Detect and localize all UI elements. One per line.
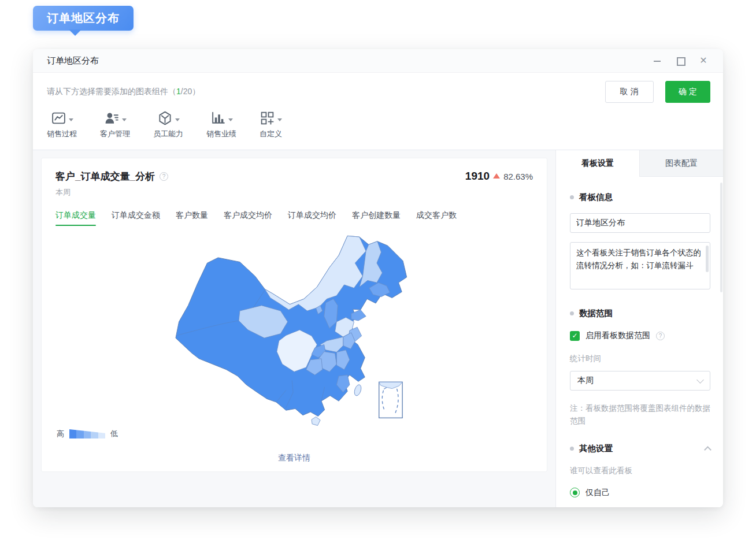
chart-component-toolbar: 销售过程 客户管理: [33, 107, 723, 150]
help-icon[interactable]: ?: [160, 172, 168, 181]
board-title-badge: 订单地区分布: [33, 6, 134, 31]
enable-scope-checkbox[interactable]: [570, 331, 580, 341]
dialog-header: 订单地区分布 ✕: [33, 49, 723, 73]
window-controls: ✕: [653, 56, 708, 65]
close-icon[interactable]: ✕: [699, 56, 708, 65]
chart-card-title: 客户_订单成交量_分析: [55, 170, 155, 183]
dialog-content: 客户_订单成交量_分析 ? 1910 82.63% 本周 订单成交量 订单成交金…: [33, 150, 723, 507]
radar-icon: [157, 110, 173, 126]
tab-order-volume[interactable]: 订单成交量: [55, 210, 96, 226]
board-description-textarea[interactable]: 这个看板关注于销售订单各个状态的流转情况分析，如：订单流转漏斗: [570, 242, 710, 289]
enable-scope-row: 启用看板数据范围 ?: [570, 330, 710, 341]
legend-low-label: 低: [110, 429, 118, 439]
section-bullet: [570, 447, 574, 451]
tab-order-avg-price[interactable]: 订单成交均价: [288, 210, 336, 226]
section-data-scope: 数据范围: [570, 308, 710, 319]
instruction-text: 请从下方选择需要添加的图表组件（1/20）: [47, 87, 200, 97]
legend-gradient: [69, 429, 105, 438]
sidebar-scrollbar[interactable]: [720, 183, 722, 292]
section-other-settings: 其他设置: [570, 443, 710, 454]
dashboard-preview-area: 客户_订单成交量_分析 ? 1910 82.63% 本周 订单成交量 订单成交金…: [33, 150, 555, 507]
only-me-radio[interactable]: [570, 488, 580, 497]
china-choropleth-map: [164, 229, 425, 430]
metric-tabs: 订单成交量 订单成交金额 客户数量 客户成交均价 订单成交均价 客户创建数量 成…: [55, 210, 533, 226]
chart-card: 客户_订单成交量_分析 ? 1910 82.63% 本周 订单成交量 订单成交金…: [41, 158, 547, 472]
metric-delta: 82.63%: [503, 172, 533, 181]
toolbar-item-label: 员工能力: [153, 129, 183, 139]
page: 订单地区分布 订单地区分布 ✕ 请从下方选择需要添加的图表组件（1/20） 取 …: [0, 0, 756, 550]
selected-count: 1: [176, 87, 181, 96]
section-title: 看板信息: [579, 192, 613, 203]
section-bullet: [570, 311, 574, 315]
section-title: 其他设置: [579, 443, 613, 454]
help-icon[interactable]: ?: [656, 332, 665, 340]
visibility-option-row: 仅自己: [570, 488, 710, 498]
toolbar-item-label: 客户管理: [100, 129, 130, 139]
instruction-suffix: /20）: [181, 87, 200, 96]
confirm-button[interactable]: 确 定: [665, 81, 710, 103]
chevron-down-icon: [696, 376, 704, 384]
visibility-label: 谁可以查看此看板: [570, 466, 710, 476]
map-legend: 高 低: [57, 429, 118, 439]
dialog-subheader: 请从下方选择需要添加的图表组件（1/20） 取 消 确 定: [33, 73, 723, 107]
scope-note: 注：看板数据范围将覆盖图表组件的数据范围: [570, 402, 710, 428]
line-chart-icon: [51, 110, 66, 126]
toolbar-item-label: 销售过程: [47, 129, 77, 139]
board-name-input[interactable]: [570, 213, 710, 233]
tab-chart-config[interactable]: 图表配置: [639, 150, 723, 177]
china-map[interactable]: [55, 228, 533, 432]
tab-order-amount[interactable]: 订单成交金额: [112, 210, 160, 226]
toolbar-item-customer-management[interactable]: 客户管理: [100, 109, 130, 139]
only-me-label: 仅自己: [585, 488, 610, 498]
board-title-badge-label: 订单地区分布: [47, 12, 120, 24]
view-details-link[interactable]: 查看详情: [42, 453, 547, 463]
toolbar-item-sales-process[interactable]: 销售过程: [47, 109, 77, 139]
enable-scope-label: 启用看板数据范围: [585, 330, 650, 341]
collapse-chevron-icon[interactable]: [704, 446, 711, 454]
chevron-down-icon: [69, 118, 73, 124]
dialog-actions: 取 消 确 定: [605, 81, 710, 103]
board-settings-dialog: 订单地区分布 ✕ 请从下方选择需要添加的图表组件（1/20） 取 消 确 定: [33, 49, 723, 507]
toolbar-item-label: 销售业绩: [206, 129, 236, 139]
textarea-scrollbar[interactable]: [706, 246, 709, 272]
tab-customer-avg-price[interactable]: 客户成交均价: [224, 210, 272, 226]
tab-board-settings[interactable]: 看板设置: [556, 150, 639, 177]
section-title: 数据范围: [579, 308, 613, 319]
sidebar-tabs: 看板设置 图表配置: [556, 150, 723, 177]
cancel-button[interactable]: 取 消: [605, 81, 654, 103]
maximize-icon[interactable]: [676, 56, 685, 65]
minimize-icon[interactable]: [653, 56, 662, 65]
legend-high-label: 高: [57, 429, 64, 439]
chevron-down-icon: [175, 118, 180, 124]
toolbar-item-employee-ability[interactable]: 员工能力: [153, 109, 183, 139]
tab-customer-count[interactable]: 客户数量: [176, 210, 208, 226]
dialog-title: 订单地区分布: [47, 55, 99, 66]
toolbar-item-sales-performance[interactable]: 销售业绩: [206, 109, 236, 139]
toolbar-item-label: 自定义: [260, 129, 282, 139]
south-china-sea-inset: [379, 382, 402, 418]
customer-icon: [104, 110, 120, 126]
metric: 1910 82.63%: [465, 170, 533, 183]
instruction-prefix: 请从下方选择需要添加的图表组件（: [47, 87, 176, 96]
tab-deal-customer-count[interactable]: 成交客户数: [416, 210, 457, 226]
metric-value: 1910: [465, 170, 490, 183]
custom-widget-icon: [260, 110, 275, 126]
stat-time-label: 统计时间: [570, 354, 710, 364]
bar-chart-icon: [210, 110, 226, 126]
stat-time-value: 本周: [577, 376, 594, 386]
trend-up-icon: [493, 170, 500, 179]
chevron-down-icon: [122, 118, 127, 124]
section-bullet: [570, 195, 574, 199]
toolbar-item-custom[interactable]: 自定义: [260, 109, 282, 139]
chevron-down-icon: [277, 118, 282, 124]
stat-time-select[interactable]: 本周: [570, 371, 710, 391]
chart-card-subtitle: 本周: [55, 187, 533, 198]
section-board-info: 看板信息: [570, 192, 710, 203]
chevron-down-icon: [228, 118, 233, 124]
board-settings-panel: 看板信息 这个看板关注于销售订单各个状态的流转情况分析，如：订单流转漏斗 数据范…: [556, 177, 723, 507]
tab-customer-created[interactable]: 客户创建数量: [352, 210, 401, 226]
settings-sidebar: 看板设置 图表配置 看板信息 这个看板关注于销售订单各个状态的流转情况分析，如：…: [555, 150, 723, 507]
